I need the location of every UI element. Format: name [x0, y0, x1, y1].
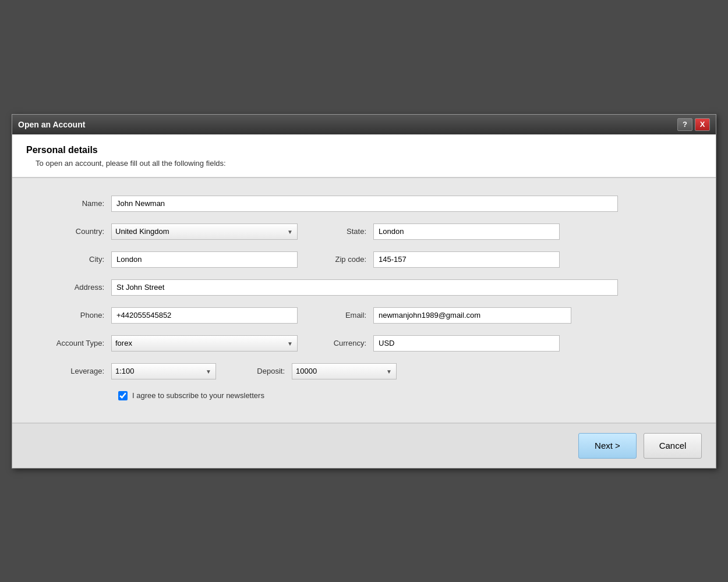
footer-section: Next > Cancel: [12, 423, 716, 468]
state-label: State:: [321, 227, 373, 236]
currency-group: Currency:: [321, 335, 560, 352]
open-account-dialog: Open an Account ? X Personal details To …: [12, 114, 716, 469]
leverage-select-wrapper: 1:1 1:10 1:50 1:100 1:200 1:500: [111, 363, 216, 379]
help-button[interactable]: ?: [677, 118, 692, 131]
address-row: Address:: [36, 279, 692, 296]
address-label: Address:: [36, 283, 111, 292]
newsletter-label: I agree to subscribe to your newsletters: [132, 391, 264, 400]
country-select-wrapper: United Kingdom United States Germany Fra…: [111, 223, 298, 240]
name-label: Name:: [36, 199, 111, 208]
state-input[interactable]: [373, 223, 560, 240]
close-button[interactable]: X: [695, 118, 710, 131]
cancel-button[interactable]: Cancel: [644, 433, 702, 459]
newsletter-row: I agree to subscribe to your newsletters: [118, 391, 692, 400]
next-button[interactable]: Next >: [578, 433, 637, 459]
leverage-deposit-row: Leverage: 1:1 1:10 1:50 1:100 1:200 1:50…: [36, 363, 692, 379]
zip-label: Zip code:: [321, 255, 373, 264]
address-input[interactable]: [111, 279, 618, 296]
email-group: Email:: [321, 307, 571, 324]
country-select[interactable]: United Kingdom United States Germany Fra…: [111, 223, 298, 240]
account-currency-row: Account Type: forex stocks crypto Curren…: [36, 335, 692, 352]
phone-email-row: Phone: Email:: [36, 307, 692, 324]
dialog-title: Open an Account: [18, 120, 85, 129]
section-subtitle: To open an account, please fill out all …: [36, 159, 702, 168]
section-title: Personal details: [26, 145, 702, 155]
currency-label: Currency:: [321, 339, 373, 347]
phone-label: Phone:: [36, 311, 111, 320]
deposit-select[interactable]: 1000 5000 10000 25000 50000: [292, 363, 397, 379]
city-label: City:: [36, 255, 111, 264]
deposit-select-wrapper: 1000 5000 10000 25000 50000: [292, 363, 397, 379]
leverage-label: Leverage:: [36, 367, 111, 375]
leverage-select[interactable]: 1:1 1:10 1:50 1:100 1:200 1:500: [111, 363, 216, 379]
zip-input[interactable]: [373, 251, 560, 268]
phone-input[interactable]: [111, 307, 298, 324]
account-type-select[interactable]: forex stocks crypto: [111, 335, 298, 352]
country-state-row: Country: United Kingdom United States Ge…: [36, 223, 692, 240]
currency-input[interactable]: [373, 335, 560, 352]
newsletter-checkbox[interactable]: [118, 391, 128, 400]
city-zip-row: City: Zip code:: [36, 251, 692, 268]
header-section: Personal details To open an account, ple…: [12, 134, 716, 178]
email-label: Email:: [321, 311, 373, 320]
deposit-label: Deposit:: [239, 367, 292, 375]
form-section: Name: Country: United Kingdom United Sta…: [12, 178, 716, 423]
email-input[interactable]: [373, 307, 571, 324]
title-bar: Open an Account ? X: [12, 115, 716, 134]
account-type-select-wrapper: forex stocks crypto: [111, 335, 298, 352]
state-group: State:: [321, 223, 560, 240]
country-label: Country:: [36, 227, 111, 236]
title-bar-buttons: ? X: [677, 118, 710, 131]
deposit-group: Deposit: 1000 5000 10000 25000 50000: [239, 363, 397, 379]
name-row: Name:: [36, 196, 692, 212]
city-input[interactable]: [111, 251, 298, 268]
zip-group: Zip code:: [321, 251, 560, 268]
account-type-label: Account Type:: [36, 339, 111, 347]
name-input[interactable]: [111, 196, 618, 212]
